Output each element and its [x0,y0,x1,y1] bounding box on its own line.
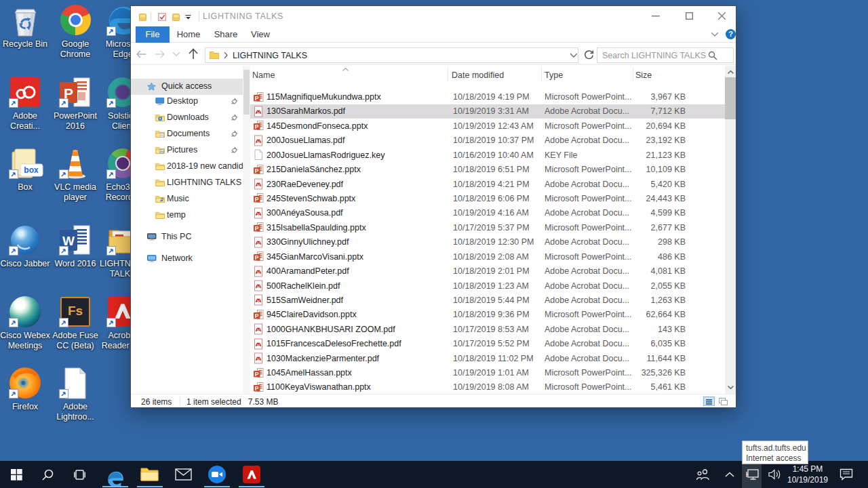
svg-text:P: P [255,94,259,101]
svg-text:P: P [255,123,259,130]
svg-text:P: P [255,254,259,261]
svg-text:P: P [255,384,259,391]
svg-text:P: P [255,196,259,203]
svg-text:P: P [255,370,259,377]
svg-text:P: P [255,312,259,319]
svg-text:P: P [255,225,259,232]
svg-text:box: box [24,165,39,175]
svg-text:P: P [255,167,259,174]
